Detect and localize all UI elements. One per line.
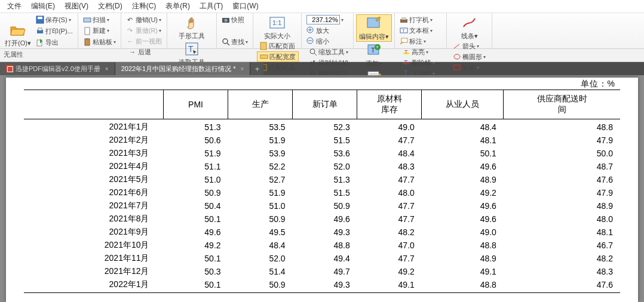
table-row: 2021年5月51.052.751.347.748.947.6	[24, 173, 620, 186]
pencil-line-icon	[461, 14, 478, 31]
table-row: 2021年12月50.351.449.749.249.148.3	[24, 265, 620, 278]
fit-page-button[interactable]: 匹配页面	[257, 41, 299, 51]
rotate-ccw-icon: ↺	[309, 58, 317, 67]
table-cell: 2021年12月	[24, 265, 164, 278]
svg-rect-1	[38, 17, 42, 19]
table-cell: 48.4	[357, 147, 422, 160]
callout-button[interactable]: 标注▾	[397, 36, 444, 47]
textbox-button[interactable]: T文本框▾	[397, 25, 444, 36]
add-text-button[interactable]: +T添加▾	[356, 42, 392, 68]
print-button[interactable]: 打印(P)...	[33, 26, 75, 36]
table-cell: 50.1	[164, 212, 228, 226]
svg-text:T: T	[188, 44, 194, 54]
menu-tools[interactable]: 工具(T)	[195, 1, 228, 11]
edit-content-icon	[366, 15, 382, 32]
menu-view[interactable]: 视图(V)	[60, 1, 93, 11]
strikeout-icon: T	[402, 58, 410, 67]
svg-rect-37	[401, 17, 406, 20]
save-button[interactable]: 保存(S)▾	[33, 14, 75, 25]
table-cell: 50.1	[164, 278, 228, 293]
table-cell: 49.1	[422, 265, 504, 278]
prev-view-button[interactable]: ←前一视图	[124, 36, 164, 47]
zoom-in-button[interactable]: 放大	[304, 25, 351, 36]
menu-form[interactable]: 表单(R)	[161, 1, 195, 11]
table-row: 2021年11月50.152.049.447.748.948.2	[24, 252, 620, 265]
fit-width-button[interactable]: 匹配宽度	[257, 51, 299, 62]
table-cell: 2021年5月	[24, 173, 164, 186]
arrow-icon	[453, 42, 461, 50]
strikeout-button[interactable]: T删除线▾	[400, 57, 444, 68]
svg-rect-18	[260, 42, 266, 50]
rect-button[interactable]: 矩形▾	[450, 62, 489, 73]
table-cell: 48.8	[293, 239, 357, 252]
close-icon[interactable]: ×	[241, 66, 244, 72]
tab-current-doc[interactable]: 2022年1月中国采购经理指数运行情况 *×	[115, 62, 251, 75]
tab-manual[interactable]: 迅捷PDF编辑器v2.0使用手册×	[0, 62, 115, 75]
actual-size-button[interactable]: 1:1实际大小	[256, 14, 299, 41]
table-cell: 52.7	[228, 173, 293, 186]
new-button[interactable]: 新建▾	[81, 26, 118, 36]
table-cell: 2021年11月	[24, 252, 164, 265]
typewriter-button[interactable]: 打字机▾	[397, 14, 444, 25]
document-viewport[interactable]: 单位：% PMI生产新订单原材料库存从业人员供应商配送时间 2021年1月51.…	[0, 75, 644, 302]
table-row: 2021年3月51.953.953.648.450.150.0	[24, 147, 620, 160]
menu-window[interactable]: 窗口(W)	[228, 1, 263, 11]
paste-button[interactable]: 粘贴板▾	[81, 36, 118, 47]
table-cell: 2021年2月	[24, 134, 164, 147]
svg-rect-8	[86, 38, 88, 40]
rect-icon	[453, 63, 461, 72]
table-cell: 52.0	[293, 160, 357, 173]
table-cell: 48.7	[504, 160, 620, 173]
table-cell: 47.6	[504, 173, 620, 186]
table-cell: 52.3	[293, 119, 357, 134]
table-cell: 49.6	[422, 212, 504, 226]
table-row: 2021年4月51.152.252.048.349.648.7	[24, 160, 620, 173]
table-cell: 50.3	[164, 265, 228, 278]
menu-edit[interactable]: 编辑(E)	[26, 1, 60, 11]
table-cell: 48.4	[228, 239, 293, 252]
menu-comment[interactable]: 注释(C)	[127, 1, 161, 11]
edit-content-button[interactable]: 编辑内容▾	[356, 14, 392, 42]
svg-rect-3	[38, 28, 42, 30]
textbox-icon: T	[400, 26, 408, 35]
zoom-input[interactable]	[306, 15, 340, 24]
svg-line-27	[314, 53, 317, 56]
add-tab-button[interactable]: +	[250, 62, 263, 75]
menu-document[interactable]: 文档(D)	[93, 1, 127, 11]
table-cell: 2021年8月	[24, 212, 164, 226]
line-shapes-button[interactable]: 线条▾	[449, 14, 489, 41]
arrow-button[interactable]: 箭头▾	[450, 41, 489, 51]
redo-button[interactable]: ↷重做(R)▾	[124, 25, 164, 36]
undo-button[interactable]: ↶撤销(U)▾	[124, 14, 164, 25]
close-icon[interactable]: ×	[105, 66, 109, 72]
highlight-button[interactable]: T高亮▾	[400, 47, 444, 57]
find-button[interactable]: 查找▾	[219, 36, 250, 47]
export-button[interactable]: 导出	[33, 37, 75, 48]
table-cell: 47.6	[504, 278, 620, 293]
zoom-out-icon	[306, 37, 315, 45]
table-cell: 48.1	[422, 134, 504, 147]
zoom-tool-button[interactable]: 缩放工具▾	[306, 47, 351, 57]
fit-width-icon	[260, 53, 268, 61]
highlight-icon: T	[402, 48, 410, 56]
fit-page-icon	[259, 42, 268, 50]
table-cell: 2022年1月	[24, 278, 164, 293]
back-button[interactable]: →后退	[126, 47, 164, 57]
scan-button[interactable]: 扫描▾	[81, 14, 118, 25]
table-cell: 48.9	[422, 252, 504, 265]
open-button[interactable]: 打开(O)▾	[2, 14, 33, 48]
table-header-cell: 生产	[228, 90, 293, 119]
undo-icon: ↶	[126, 16, 134, 24]
menu-bar: 文件 编辑(E) 视图(V) 文档(D) 注释(C) 表单(R) 工具(T) 窗…	[0, 0, 644, 13]
zoom-out-button[interactable]: 缩小	[304, 36, 351, 47]
table-header-cell	[24, 90, 164, 119]
menu-file[interactable]: 文件	[2, 1, 26, 11]
redo-icon: ↷	[126, 26, 134, 35]
svg-text:+: +	[376, 44, 379, 50]
hand-tool-button[interactable]: 手形工具	[170, 14, 214, 41]
ellipse-button[interactable]: 椭圆形▾	[450, 51, 489, 62]
snapshot-button[interactable]: 快照	[219, 14, 250, 25]
zoom-dropdown[interactable]: ▾	[341, 17, 344, 23]
rotate-ccw-button[interactable]: ↺逆时针(W)	[306, 57, 351, 68]
table-cell: 50.1	[164, 252, 228, 265]
